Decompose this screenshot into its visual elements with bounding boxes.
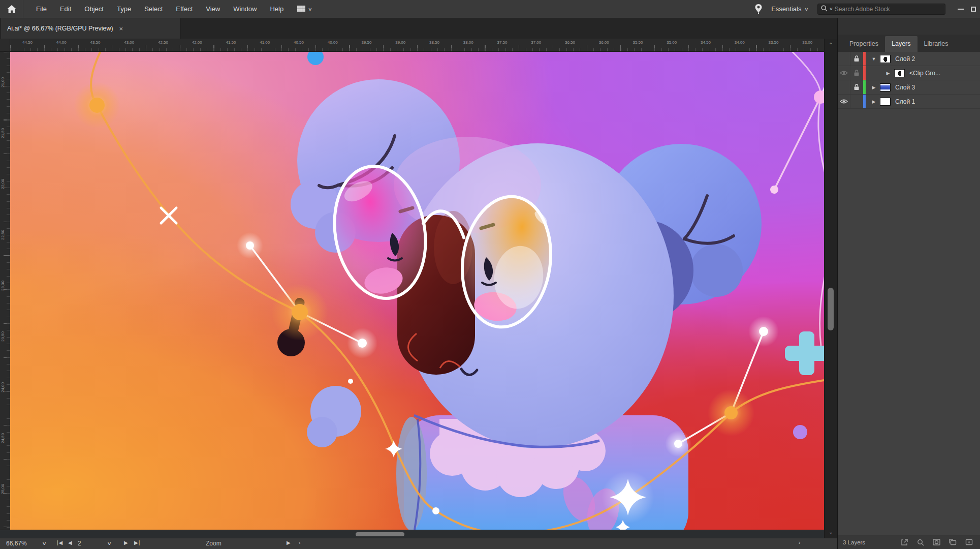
ruler-tick-label: 41,00 — [260, 40, 270, 45]
next-artboard-button[interactable]: ▶ — [124, 540, 129, 545]
gpu-performance-icon[interactable] — [755, 4, 762, 14]
menu-effect[interactable]: Effect — [169, 0, 199, 18]
document-area: Ai.ai* @ 66,67% (RGB/GPU Preview) × 44,5… — [0, 18, 837, 549]
menu-object[interactable]: Object — [78, 0, 110, 18]
ruler-tick-label: 23,00 — [1, 281, 5, 291]
visibility-toggle[interactable] — [838, 52, 850, 66]
tab-properties[interactable]: Properties — [843, 36, 885, 52]
lock-toggle[interactable] — [850, 80, 863, 94]
layer-row[interactable]: ▶<Clip Gro... — [838, 66, 980, 80]
vertical-ruler[interactable]: 21,0021,5022,0022,5023,0023,5024,0024,50… — [0, 52, 10, 530]
canvas-artwork[interactable] — [10, 52, 824, 530]
status-forward-icon[interactable]: › — [799, 540, 801, 545]
workspace-switcher[interactable]: Essentials ∨ — [771, 5, 808, 13]
menu-select[interactable]: Select — [138, 0, 169, 18]
ruler-tick-label: 21,00 — [1, 77, 5, 87]
window-controls — [958, 7, 976, 12]
ruler-tick-label: 33,50 — [768, 40, 778, 45]
menu-type[interactable]: Type — [110, 0, 138, 18]
maximize-button[interactable] — [971, 7, 976, 12]
first-artboard-button[interactable]: |◀ — [57, 540, 63, 545]
search-icon — [821, 5, 828, 14]
ruler-tick-label: 25,00 — [1, 484, 5, 494]
document-tab-bar: Ai.ai* @ 66,67% (RGB/GPU Preview) × — [0, 18, 837, 39]
layer-color-bar — [863, 52, 866, 66]
artboard-dropdown-icon[interactable]: ∨ — [107, 541, 112, 546]
zoom-dropdown-icon[interactable]: ∨ — [42, 541, 47, 546]
chevron-down-icon: ∨ — [829, 7, 833, 11]
ruler-tick-label: 34,00 — [735, 40, 745, 45]
artboard-number[interactable]: 2 — [78, 540, 81, 547]
ruler-tick-label: 42,00 — [192, 40, 202, 45]
visibility-toggle[interactable] — [838, 95, 850, 108]
ruler-tick-label: 36,00 — [599, 40, 609, 45]
layers-panel: ▼Слой 2▶<Clip Gro...▶Слой 3▶Слой 1 — [838, 52, 980, 535]
new-sublayer-icon[interactable] — [949, 539, 957, 545]
status-menu-icon[interactable]: ▶ — [287, 540, 291, 545]
menu-view[interactable]: View — [199, 0, 227, 18]
adobe-stock-search[interactable]: ∨ Search Adobe Stock — [817, 4, 945, 15]
horizontal-ruler[interactable]: 44,5044,0043,5043,0042,5042,0041,5041,00… — [10, 39, 824, 52]
arrange-documents-button[interactable]: ∨ — [297, 6, 312, 12]
layer-color-bar — [863, 66, 866, 80]
layer-name[interactable]: Слой 1 — [895, 98, 915, 105]
layer-name[interactable]: Слой 2 — [895, 55, 915, 63]
horizontal-scrollbar[interactable] — [0, 530, 824, 538]
horizontal-scroll-thumb[interactable] — [356, 532, 404, 536]
status-back-icon[interactable]: ‹ — [299, 540, 301, 545]
close-tab-icon[interactable]: × — [119, 25, 123, 33]
menu-edit[interactable]: Edit — [53, 0, 78, 18]
ruler-tick-label: 40,00 — [328, 40, 338, 45]
layer-name[interactable]: <Clip Gro... — [909, 70, 940, 77]
home-button[interactable] — [0, 0, 23, 18]
chevron-down-icon: ∨ — [804, 7, 809, 12]
layer-row[interactable]: ▼Слой 2 — [838, 52, 980, 66]
ruler-tick-label: 38,00 — [463, 40, 473, 45]
layer-row[interactable]: ▶Слой 3 — [838, 80, 980, 95]
new-layer-icon[interactable] — [965, 539, 973, 545]
ruler-tick-label: 23,50 — [1, 331, 5, 342]
zoom-level-field[interactable]: 66,67% — [6, 540, 27, 547]
ruler-origin-box[interactable] — [0, 39, 10, 52]
visibility-toggle[interactable] — [838, 66, 850, 80]
lock-toggle[interactable] — [850, 66, 863, 80]
vertical-scrollbar[interactable]: ⌃ ⌄ — [824, 39, 837, 538]
scroll-down-icon[interactable]: ⌄ — [825, 529, 837, 535]
chevron-right-icon[interactable]: ▶ — [870, 99, 878, 104]
locate-object-icon[interactable] — [917, 539, 924, 546]
arrange-documents-icon — [297, 6, 306, 12]
tab-libraries[interactable]: Libraries — [918, 36, 955, 52]
tab-layers[interactable]: Layers — [885, 36, 918, 52]
last-artboard-button[interactable]: ▶| — [134, 540, 140, 545]
vertical-scroll-thumb[interactable] — [828, 288, 834, 330]
scroll-up-icon[interactable]: ⌃ — [825, 42, 837, 47]
chevron-right-icon[interactable]: ▶ — [884, 71, 892, 76]
menu-window[interactable]: Window — [227, 0, 263, 18]
layer-row[interactable]: ▶Слой 1 — [838, 95, 980, 109]
ruler-tick-label: 22,00 — [1, 179, 5, 189]
menu-help[interactable]: Help — [263, 0, 290, 18]
ruler-tick-label: 35,50 — [633, 40, 643, 45]
chevron-down-icon[interactable]: ▼ — [870, 56, 878, 62]
layer-thumbnail[interactable] — [880, 55, 891, 63]
chevron-down-icon: ∨ — [308, 7, 312, 12]
layer-name[interactable]: Слой 3 — [895, 84, 915, 91]
menu-file[interactable]: File — [29, 0, 53, 18]
menu-items: FileEditObjectTypeSelectEffectViewWindow… — [29, 0, 290, 18]
lock-toggle[interactable] — [850, 52, 863, 66]
ruler-tick-label: 24,50 — [1, 433, 5, 443]
ruler-tick-label: 33,00 — [802, 40, 812, 45]
visibility-toggle[interactable] — [838, 80, 850, 94]
document-tab[interactable]: Ai.ai* @ 66,67% (RGB/GPU Preview) × — [1, 18, 181, 39]
chevron-right-icon[interactable]: ▶ — [870, 85, 878, 90]
layer-thumbnail[interactable] — [880, 98, 891, 106]
minimize-button[interactable] — [958, 9, 964, 10]
layer-thumbnail[interactable] — [894, 69, 905, 77]
collect-for-export-icon[interactable] — [901, 538, 908, 546]
workspace-label: Essentials — [771, 5, 801, 13]
clipping-mask-icon[interactable] — [933, 539, 940, 545]
lock-toggle[interactable] — [850, 95, 863, 108]
layer-thumbnail[interactable] — [880, 83, 891, 92]
previous-artboard-button[interactable]: ◀ — [68, 540, 73, 545]
layer-color-bar — [863, 95, 866, 108]
